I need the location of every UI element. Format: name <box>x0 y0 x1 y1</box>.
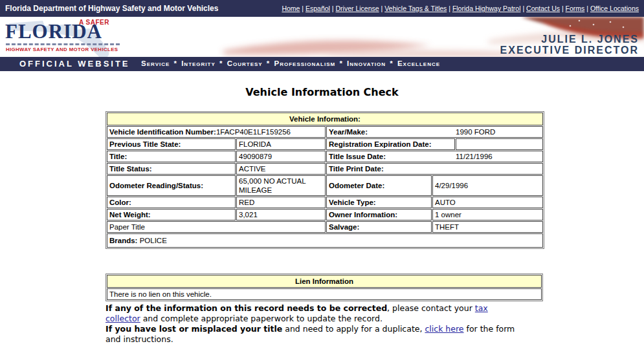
field-title-status-value: ACTIVE <box>236 163 326 175</box>
nav-separator: | <box>447 5 452 12</box>
note-text: and instructions. <box>105 334 173 344</box>
executive-director-block: JULIE L. JONES EXECUTIVE DIRECTOR <box>500 34 639 56</box>
field-odometer-value: 65,000 NO ACTUAL MILEAGE <box>236 175 326 196</box>
topbar-link-vehicle-tags-titles[interactable]: Vehicle Tags & Titles <box>384 5 447 12</box>
field-salvage-value: THEFT <box>432 221 543 233</box>
notes: If any of the information on this record… <box>105 303 591 344</box>
logo-florida: FLORIDA <box>5 21 102 42</box>
field-title-label: Title: <box>107 151 236 162</box>
field-owner-value: 1 owner <box>432 209 543 220</box>
row-netweight-owner: Net Weight: 3,021 Owner Information: 1 o… <box>107 209 543 220</box>
note-text: and complete appropriate paperwork to up… <box>140 314 383 323</box>
field-net-weight-label: Net Weight: <box>107 209 236 220</box>
field-title-status-label: Title Status: <box>107 163 236 175</box>
lien-header-row: Lien Information <box>107 275 542 288</box>
page-title: Vehicle Information Check <box>0 86 644 98</box>
topbar-link-espa-ol[interactable]: Español <box>305 5 330 12</box>
field-vin-value: 1FACP40E1LF159256 <box>216 128 291 136</box>
field-color-value: RED <box>236 197 326 208</box>
field-salvage-label: Salvage: <box>326 221 432 233</box>
nav-separator: | <box>379 5 385 12</box>
field-prev-state-value: FLORIDA <box>236 138 326 150</box>
topbar-link-contact-us[interactable]: Contact Us <box>526 5 560 12</box>
lien-header: Lien Information <box>107 275 542 288</box>
row-color-vehicletype: Color: RED Vehicle Type: AUTO <box>107 197 543 208</box>
note-text: and need to apply for a duplicate, <box>282 324 425 334</box>
header-banner: A SAFER FLORIDA HIGHWAY SAFETY AND MOTOR… <box>0 17 644 57</box>
topbar-link-office-locations[interactable]: Office Locations <box>590 5 639 12</box>
row-brands: Brands: POLICE <box>107 233 543 248</box>
topbar-link-home[interactable]: Home <box>282 5 300 12</box>
topbar-link-driver-license[interactable]: Driver License <box>336 5 379 12</box>
director-title: EXECUTIVE DIRECTOR <box>500 45 639 56</box>
field-title-issue-value: 11/21/1996 <box>456 152 493 161</box>
director-name: JULIE L. JONES <box>500 34 639 45</box>
field-net-weight-value: 3,021 <box>236 209 326 220</box>
row-titlestatus-titleprint: Title Status: ACTIVE Title Print Date: <box>107 163 543 175</box>
official-website-label: OFFICIAL WEBSITE <box>19 59 130 69</box>
motto-strip: OFFICIAL WEBSITE Service * Integrity * C… <box>0 57 644 71</box>
note-2: If you have lost or misplaced your title… <box>105 324 591 344</box>
field-odometer-label: Odometer Reading/Status: <box>107 175 236 196</box>
field-title-issue-label: Title Issue Date: <box>329 152 456 161</box>
row-odometer-odometerdate: Odometer Reading/Status: 65,000 NO ACTUA… <box>107 175 543 196</box>
field-title-print-label: Title Print Date: <box>329 164 456 173</box>
field-odometer-date-value: 4/29/1996 <box>432 175 543 196</box>
field-brands-label: Brands: <box>109 237 137 244</box>
nav-separator: | <box>560 5 566 12</box>
field-prev-state-label: Previous Title State: <box>107 138 236 150</box>
click-here-link[interactable]: click here <box>425 324 463 334</box>
nav-separator: | <box>330 5 336 12</box>
vehicle-info-table: Vehicle Information: Vehicle Identificat… <box>105 111 544 249</box>
lien-message: There is no lien on this vehicle. <box>107 288 542 300</box>
field-title-value: 49090879 <box>236 151 326 162</box>
nav-separator: | <box>300 5 305 12</box>
note-1: If any of the information on this record… <box>105 303 591 324</box>
agency-logo: A SAFER FLORIDA HIGHWAY SAFETY AND MOTOR… <box>0 17 133 57</box>
field-vin-label: Vehicle Identification Number: <box>109 128 216 136</box>
topbar-link-forms[interactable]: Forms <box>566 5 585 12</box>
field-paper-title-label: Paper Title <box>107 221 326 233</box>
note-text: for the form <box>464 324 515 334</box>
row-title-titleissue: Title: 49090879 Title Issue Date:11/21/1… <box>107 151 543 162</box>
nav-separator: | <box>584 5 590 12</box>
logo-tagline: HIGHWAY SAFETY AND MOTOR VEHICLES <box>6 47 118 52</box>
nav-separator: | <box>521 5 527 12</box>
field-vehicle-type-value: AUTO <box>432 197 543 208</box>
field-year-make-label: Year/Make: <box>329 127 456 136</box>
vehicle-info-header-row: Vehicle Information: <box>107 113 543 125</box>
field-reg-exp-value <box>456 138 543 150</box>
motto-text: Service * Integrity * Courtesy * Profess… <box>141 59 440 67</box>
field-brands-value: POLICE <box>140 237 167 244</box>
collector-link[interactable]: collector <box>105 314 140 323</box>
note-text: If you have lost or misplaced your title <box>105 324 282 334</box>
field-vehicle-type-label: Vehicle Type: <box>326 197 432 208</box>
note-text: If any of the information on this record… <box>105 303 387 313</box>
topbar-title: Florida Department of Highway Safety and… <box>5 4 218 13</box>
lien-info-table: Lien Information There is no lien on thi… <box>105 274 543 301</box>
topbar-link-florida-highway-patrol[interactable]: Florida Highway Patrol <box>452 5 521 12</box>
row-prevstate-regexp: Previous Title State: FLORIDA Registrati… <box>107 138 543 150</box>
row-papertitle-salvage: Paper Title Salvage: THEFT <box>107 221 543 233</box>
lien-message-row: There is no lien on this vehicle. <box>107 288 542 300</box>
note-text: , please contact your <box>387 303 475 313</box>
logo-road-dashes <box>6 43 120 45</box>
field-reg-exp-label: Registration Expiration Date: <box>326 138 455 150</box>
topbar-nav: Home | Español | Driver License | Vehicl… <box>282 5 639 12</box>
row-vin-yearmake: Vehicle Identification Number:1FACP40E1L… <box>107 126 543 138</box>
field-owner-label: Owner Information: <box>326 209 432 220</box>
field-year-make-value: 1990 FORD <box>456 127 495 136</box>
tax-link[interactable]: tax <box>475 303 488 313</box>
field-color-label: Color: <box>107 197 236 208</box>
vehicle-info-header: Vehicle Information: <box>107 113 543 125</box>
field-odometer-date-label: Odometer Date: <box>326 175 432 196</box>
topbar: Florida Department of Highway Safety and… <box>0 0 644 17</box>
